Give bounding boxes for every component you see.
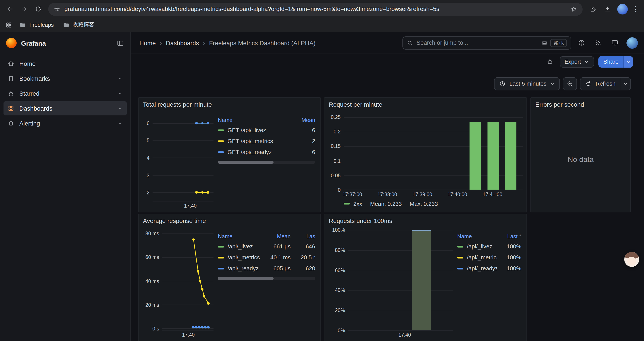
series-name[interactable]: 2xx [353,200,362,207]
favorite-star-icon[interactable] [544,56,555,67]
chevron-down-icon[interactable] [118,91,123,96]
breadcrumb-home[interactable]: Home [140,39,156,46]
panel-title[interactable]: Average response time [138,214,320,226]
downloads-icon[interactable] [601,3,614,16]
legend-column-mean[interactable]: Mean [291,117,315,123]
chart-plot-area[interactable] [344,114,523,190]
breadcrumb-dashboards[interactable]: Dashboards [166,39,199,46]
legend-inline: 2xxMean: 0.233Max: 0.233 [328,198,523,209]
back-button[interactable] [4,3,17,16]
forward-button[interactable] [18,3,31,16]
site-info-icon[interactable] [54,6,60,13]
y-axis-tick: 60% [335,267,345,273]
news-rss-icon[interactable] [592,36,604,49]
panel-total-requests-per-minute: Total requests per minute 65432 17:40 Na… [138,97,321,212]
legend-column-mean[interactable]: Mean [266,233,291,240]
chart-plot-area[interactable] [162,230,214,330]
legend-row[interactable]: /api/_metrics100% [457,252,521,263]
zoom-out-button[interactable] [563,77,577,90]
panel-request-per-minute: Request per minute 0.250.20.150.10.050 1… [324,97,527,212]
legend-column-las[interactable]: Las [291,233,315,240]
y-axis: 0.250.20.150.10.050 [328,114,344,190]
user-avatar[interactable] [626,37,638,49]
series-name: /api/_readyz [228,265,259,272]
chevron-down-icon[interactable] [118,76,123,81]
legend-row[interactable]: GET /api/_metrics2 [218,136,315,147]
sidebar-item-label: Home [19,60,36,67]
extensions-icon[interactable] [586,3,599,16]
series-name: GET /api/_metrics [228,138,273,144]
share-button[interactable]: Share [599,56,633,67]
legend-scrollbar[interactable] [218,277,315,280]
reload-button[interactable] [32,3,45,16]
legend-value: 100% [497,265,521,272]
home-icon [8,60,14,67]
legend-series: GET /api/_readyz [218,149,291,155]
chart-plot-area[interactable] [152,114,214,201]
panel-title[interactable]: Requests under 100ms [324,214,526,226]
legend-row[interactable]: /api/_readyz605 µs620 [218,263,315,274]
browser-menu-icon[interactable]: ⋮ [631,5,640,13]
url-text[interactable]: grafana.mathmast.com/d/deytv4rwavabkb/fr… [64,6,566,12]
time-range-picker[interactable]: Last 5 minutes [494,77,560,90]
assistant-avatar-widget[interactable] [624,252,639,267]
legend-row[interactable]: /api/_livez661 µs646 [218,241,315,252]
url-bar[interactable]: grafana.mathmast.com/d/deytv4rwavabkb/fr… [48,3,582,16]
share-label[interactable]: Share [599,56,624,67]
share-menu-chevron-icon[interactable] [624,56,633,67]
legend-row[interactable]: /api/_readyz100% [457,263,521,274]
gridline [348,250,453,250]
legend-row[interactable]: /api/_livez100% [457,241,521,252]
legend-row[interactable]: /api/_metrics40.1 ms20.5 r [218,252,315,263]
legend-row[interactable]: GET /api/_readyz6 [218,147,315,158]
help-icon[interactable] [575,36,588,49]
series-lines [152,114,214,201]
refresh-button[interactable]: Refresh [580,77,631,90]
legend-table: NameMeanGET /api/_livez6GET /api/_metric… [214,110,317,209]
bookmark-folder-freeleaps[interactable]: Freeleaps [16,20,57,30]
sidebar-item-dashboards[interactable]: Dashboards [4,101,127,115]
legend-column-name[interactable]: Name [218,117,291,123]
apps-grid-icon[interactable] [5,21,12,28]
search-input[interactable]: Search or jump to... ⌘+k [402,36,571,49]
chevron-down-icon[interactable] [118,106,123,111]
y-axis-tick: 3 [147,173,150,178]
legend-row[interactable]: GET /api/_livez6 [218,125,315,136]
chevron-down-icon[interactable] [118,121,123,126]
legend-scrollbar[interactable] [218,161,315,164]
series-name: GET /api/_livez [228,127,266,133]
bookmark-star-icon[interactable] [570,6,577,13]
sidebar-item-home[interactable]: Home [4,57,127,71]
browser-toolbar: grafana.mathmast.com/d/deytv4rwavabkb/fr… [0,0,644,18]
legend-series: /api/_metrics [218,254,266,261]
x-axis-tick: 17:41:00 [483,192,502,197]
bar-chart: 0.250.20.150.10.050 17:37:0017:38:0017:3… [328,110,523,198]
legend-value: 2 [291,138,315,144]
series-color-dash [218,140,224,142]
x-axis-tick: 17:39:00 [412,192,432,197]
legend-scrollbar-thumb[interactable] [218,161,273,164]
dock-menu-icon[interactable] [116,39,124,47]
chart-plot-area[interactable] [348,230,453,330]
sidebar-item-label: Alerting [19,120,40,127]
browser-profile-avatar[interactable] [617,4,628,14]
legend-value: 605 µs [266,265,291,272]
grafana-logo[interactable] [6,38,17,48]
export-button[interactable]: Export [560,56,594,67]
data-point [199,280,202,282]
legend-column-name[interactable]: Name [457,233,497,240]
data-point [207,122,209,124]
panel-title[interactable]: Total requests per minute [138,98,320,109]
legend-column-name[interactable]: Name [218,233,266,240]
legend-column-last-[interactable]: Last * [497,233,521,240]
monitor-icon[interactable] [608,36,621,49]
bookmark-folder-blogs[interactable]: 收藏博客 [59,20,98,30]
panel-title[interactable]: Errors per second [531,98,630,109]
legend-scrollbar-thumb[interactable] [218,277,273,280]
sidebar-item-bookmarks[interactable]: Bookmarks [4,72,127,86]
refresh-interval-chevron-icon[interactable] [620,78,630,90]
sidebar-item-starred[interactable]: Starred [4,87,127,101]
series-name: /api/_readyz [467,265,497,272]
panel-title[interactable]: Request per minute [324,98,526,109]
sidebar-item-alerting[interactable]: Alerting [4,116,127,130]
